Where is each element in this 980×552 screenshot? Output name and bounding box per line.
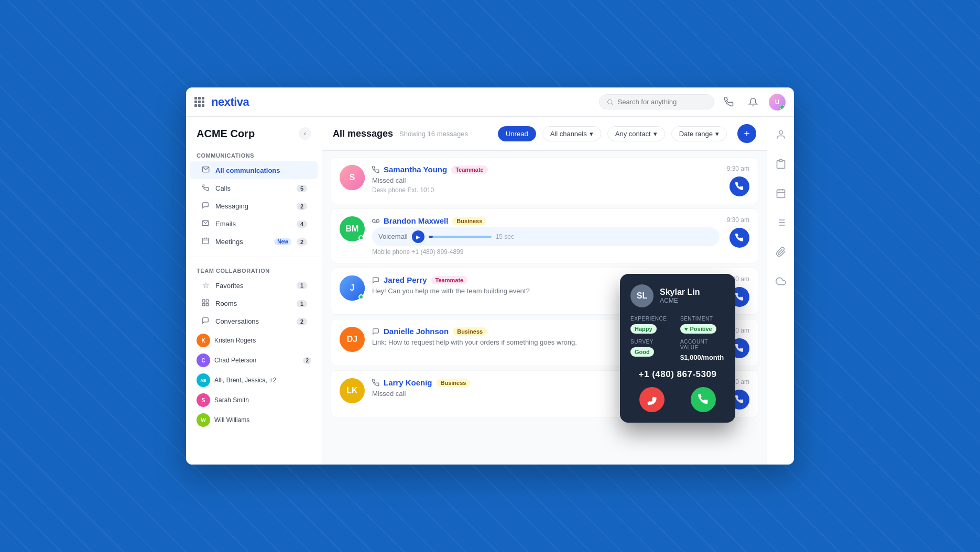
rail-clipboard-icon[interactable] — [771, 154, 790, 173]
account-value-label: ACCOUNT VALUE — [680, 339, 725, 350]
svg-rect-16 — [777, 190, 785, 197]
accept-call-btn[interactable] — [691, 387, 716, 412]
communications-section-title: Communications — [186, 148, 322, 161]
message-card-brandon[interactable]: BM Brandon Maxwell Business Voicemail ▶ — [331, 208, 758, 263]
conv-badge-chad: 2 — [303, 357, 311, 364]
sidebar-item-conversations[interactable]: Conversations 2 — [190, 313, 318, 330]
content-area: All messages Showing 16 messages Unread … — [322, 117, 767, 465]
msg-sub-brandon: Mobile phone +1 (480) 899-4899 — [372, 248, 720, 256]
meetings-new-badge: New — [274, 238, 291, 245]
call-btn-samantha[interactable] — [729, 176, 749, 196]
popup-caller-company: ACME — [660, 297, 700, 304]
conv-avatar-group: AB — [197, 373, 210, 387]
experience-badge: Happy — [630, 324, 657, 334]
search-bar[interactable] — [599, 94, 714, 109]
conversations-label: Conversations — [215, 317, 291, 325]
channels-filter-btn[interactable]: All channels ▾ — [542, 126, 601, 141]
search-input[interactable] — [617, 98, 706, 106]
sidebar-item-emails[interactable]: Emails 4 — [190, 215, 318, 233]
accept-icon — [698, 394, 709, 405]
sidebar-item-rooms[interactable]: Rooms 1 — [190, 295, 318, 312]
sidebar-item-messaging[interactable]: Messaging 2 — [190, 197, 318, 215]
conv-avatar-will: W — [197, 413, 210, 427]
rail-list-icon[interactable] — [771, 213, 790, 232]
msg-tag-samantha: Teammate — [451, 165, 488, 174]
conv-item-will[interactable]: W Will Williams — [186, 410, 322, 430]
rooms-label: Rooms — [215, 300, 291, 307]
msg-name-larry: Larry Koenig — [384, 378, 432, 387]
content-subtitle: Showing 16 messages — [399, 130, 468, 138]
call-icon — [372, 166, 379, 173]
conv-name-sarah: Sarah Smith — [214, 396, 311, 404]
survey-label: SURVEY — [630, 339, 675, 345]
grid-menu-icon[interactable] — [194, 97, 205, 107]
contact-filter-btn[interactable]: Any contact ▾ — [607, 126, 665, 141]
calls-icon — [201, 184, 210, 193]
phone-icon[interactable] — [721, 94, 737, 111]
rail-cloud-icon[interactable] — [771, 272, 790, 291]
favorites-badge: 1 — [297, 282, 307, 289]
sidebar-item-all-communications[interactable]: All communications — [190, 161, 318, 179]
sidebar-item-favorites[interactable]: ☆ Favorites 1 — [190, 277, 318, 294]
rail-profile-icon[interactable] — [771, 125, 790, 144]
msg-sub-samantha: Desk phone Ext. 1010 — [372, 186, 720, 194]
sidebar-item-meetings[interactable]: Meetings New 2 — [190, 233, 318, 250]
voice-duration: 15 sec — [496, 233, 514, 240]
msg-body-samantha: Samantha Young Teammate Missed call Desk… — [372, 165, 720, 194]
conv-item-kristen[interactable]: K Kristen Rogers — [186, 330, 322, 350]
sidebar-collapse-btn[interactable]: ‹ — [299, 127, 311, 140]
play-btn[interactable]: ▶ — [412, 230, 424, 243]
message-icon-jared — [372, 277, 379, 284]
meetings-label: Meetings — [215, 238, 269, 246]
content-title: All messages — [333, 128, 393, 139]
call-btn-brandon[interactable] — [729, 228, 749, 248]
svg-rect-9 — [202, 303, 205, 306]
reject-icon — [647, 394, 657, 405]
svg-rect-10 — [206, 303, 209, 306]
popup-caller-name: Skylar Lin — [660, 288, 700, 297]
msg-avatar-samantha: S — [340, 165, 365, 190]
voicemail-player: Voicemail ▶ 15 sec — [372, 227, 720, 246]
rail-calendar-icon[interactable] — [771, 184, 790, 203]
unread-filter-btn[interactable]: Unread — [498, 126, 536, 141]
bell-icon[interactable] — [745, 94, 761, 111]
sidebar-item-calls[interactable]: Calls 5 — [190, 180, 318, 197]
online-dot-jared — [358, 294, 364, 300]
conv-name-kristen: Kristen Rogers — [214, 337, 311, 344]
message-card-samantha[interactable]: S Samantha Young Teammate Missed call De… — [331, 157, 758, 204]
sidebar: ACME Corp ‹ Communications All communica… — [186, 117, 322, 465]
rail-attachment-icon[interactable] — [771, 242, 790, 261]
team-collab-section-title: Team collaboration — [186, 263, 322, 276]
logo-text: nextiva — [211, 95, 249, 109]
compose-btn[interactable]: + — [737, 124, 756, 143]
popup-caller-info: Skylar Lin ACME — [660, 288, 700, 304]
survey-badge: Good — [630, 347, 654, 357]
msg-tag-danielle: Business — [453, 327, 487, 336]
user-avatar[interactable]: U — [769, 94, 786, 111]
popup-phone: +1 (480) 867-5309 — [630, 369, 725, 380]
conv-item-chad[interactable]: C Chad Peterson 2 — [186, 350, 322, 370]
conv-item-sarah[interactable]: S Sarah Smith — [186, 390, 322, 410]
conv-item-group[interactable]: AB Alli, Brent, Jessica, +2 — [186, 370, 322, 390]
online-dot-brandon — [358, 235, 364, 240]
svg-point-14 — [779, 131, 782, 135]
account-value-stat: ACCOUNT VALUE $1,000/month — [680, 339, 725, 362]
voicemail-icon — [372, 217, 379, 225]
meetings-badge: 2 — [297, 238, 307, 246]
msg-tag-larry: Business — [437, 379, 471, 387]
msg-tag-brandon: Business — [452, 217, 486, 225]
emails-icon — [201, 219, 210, 228]
conv-avatar-kristen: K — [197, 334, 210, 347]
msg-right-brandon: 9:30 am — [727, 216, 749, 248]
msg-tag-jared: Teammate — [431, 276, 468, 284]
calls-badge: 5 — [297, 185, 307, 192]
date-filter-btn[interactable]: Date range ▾ — [671, 126, 727, 141]
sidebar-header: ACME Corp ‹ — [186, 125, 322, 148]
favorites-icon: ☆ — [201, 281, 210, 290]
messaging-label: Messaging — [215, 202, 291, 210]
main-layout: ACME Corp ‹ Communications All communica… — [186, 117, 794, 465]
reject-call-btn[interactable] — [639, 387, 665, 412]
sidebar-company-name: ACME Corp — [197, 128, 255, 140]
survey-stat: SURVEY Good — [630, 339, 675, 362]
conversations-icon — [201, 317, 210, 326]
